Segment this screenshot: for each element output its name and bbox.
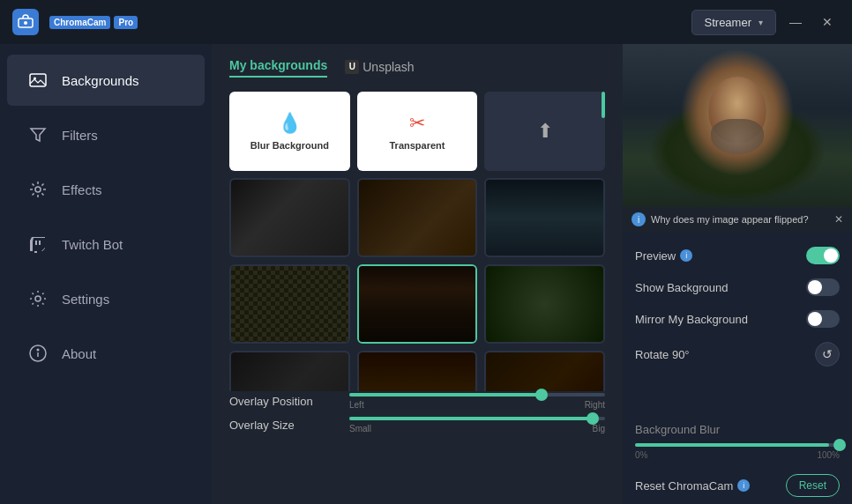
effects-icon <box>28 180 48 199</box>
background-tile-3[interactable] <box>484 178 605 257</box>
reset-info-icon: i <box>737 479 750 492</box>
sidebar-item-settings[interactable]: Settings <box>7 273 205 324</box>
toggle-thumb <box>808 280 822 294</box>
sidebar-item-label: Filters <box>62 128 98 143</box>
sidebar-item-label: About <box>62 346 96 361</box>
close-flip-notice-button[interactable]: ✕ <box>834 213 843 226</box>
bg-blur-section: Background Blur 0% 100% <box>623 419 852 467</box>
blur-thumb <box>833 439 846 451</box>
slider-right-label: Right <box>585 400 605 410</box>
svg-point-1 <box>24 21 27 25</box>
reset-row: Reset ChromaCam i Reset <box>623 467 852 504</box>
tab-my-backgrounds[interactable]: My backgrounds <box>229 58 327 78</box>
streamer-dropdown[interactable]: Streamer ▾ <box>691 10 776 35</box>
info-icon <box>28 344 48 363</box>
upload-icon: ⬆ <box>537 120 553 143</box>
filter-icon <box>28 125 48 145</box>
titlebar-right: Streamer ▾ — ✕ <box>691 10 840 35</box>
mirror-label: Mirror My Background <box>635 313 748 326</box>
chevron-down-icon: ▾ <box>759 18 763 27</box>
transparent-label: Transparent <box>390 140 445 151</box>
content-tabs: My backgrounds U Unsplash <box>229 58 605 78</box>
svg-point-14 <box>35 296 41 301</box>
blur-right-label: 100% <box>817 450 840 460</box>
gear-icon <box>28 289 48 308</box>
main-layout: Backgrounds Filters Effects Tw <box>0 44 852 504</box>
slider-fill <box>349 417 593 420</box>
background-tile-6[interactable] <box>484 264 605 344</box>
blur-background-tile[interactable]: 💧 Blur Background <box>229 92 350 171</box>
scissors-icon: ✂ <box>409 112 425 135</box>
background-tile-8[interactable] <box>357 351 478 391</box>
toggle-thumb <box>808 312 822 326</box>
transparent-tile[interactable]: ✂ Transparent <box>357 92 478 171</box>
background-tile-9[interactable] <box>484 351 605 391</box>
show-background-toggle[interactable] <box>806 278 840 296</box>
camera-preview <box>623 44 852 207</box>
slider-right-label: Big <box>593 424 605 434</box>
rotate-row: Rotate 90° ↺ <box>635 336 840 373</box>
sidebar-item-label: Effects <box>62 182 102 197</box>
minimize-button[interactable]: — <box>783 10 808 34</box>
sidebar-item-filters[interactable]: Filters <box>7 109 205 160</box>
flip-notice: i Why does my image appear flipped? ✕ <box>623 207 852 232</box>
slider-thumb[interactable] <box>535 389 548 401</box>
blur-slider[interactable] <box>635 443 840 447</box>
info-circle-icon: i <box>632 212 646 226</box>
slider-left-label: Left <box>349 400 364 410</box>
background-tile-5[interactable] <box>357 264 478 344</box>
blur-fill <box>635 443 829 447</box>
titlebar: ChromaCamPro Streamer ▾ — ✕ <box>0 0 852 44</box>
overlay-size-label: Overlay Size <box>229 419 335 432</box>
svg-line-11 <box>41 193 43 195</box>
background-tile-2[interactable] <box>357 178 478 257</box>
background-tile-1[interactable] <box>229 178 350 257</box>
sidebar-item-about[interactable]: About <box>7 328 205 379</box>
overlay-position-slider[interactable]: Left Right <box>349 393 605 410</box>
svg-rect-2 <box>30 74 46 86</box>
overlay-position-row: Overlay Position Left Right <box>229 393 605 410</box>
svg-line-10 <box>33 184 34 186</box>
app-logo: ChromaCamPro <box>12 9 138 35</box>
background-grid: 💧 Blur Background ✂ Transparent ⬆ <box>229 92 605 391</box>
flip-notice-text: Why does my image appear flipped? <box>651 214 809 225</box>
image-icon <box>28 70 48 90</box>
blur-label: Blur Background <box>250 140 329 151</box>
tab-unsplash[interactable]: U Unsplash <box>345 58 414 78</box>
blur-icon: 💧 <box>278 112 302 135</box>
sidebar-item-effects[interactable]: Effects <box>7 164 205 215</box>
preview-toggle[interactable] <box>806 247 840 264</box>
overlay-size-slider[interactable]: Small Big <box>349 417 605 434</box>
svg-line-12 <box>41 184 43 186</box>
slider-fill <box>349 393 542 397</box>
overlay-position-label: Overlay Position <box>229 395 335 408</box>
show-background-label: Show Background <box>635 281 729 294</box>
background-tile-7[interactable] <box>229 351 350 391</box>
reset-label: Reset ChromaCam i <box>635 479 750 493</box>
streamer-label: Streamer <box>705 16 751 29</box>
logo-icon <box>12 9 39 35</box>
background-tile-4[interactable] <box>229 264 350 344</box>
sidebar-item-twitch-bot[interactable]: Twitch Bot <box>7 219 205 270</box>
overlay-size-row: Overlay Size Small Big <box>229 417 605 434</box>
unsplash-icon: U Unsplash <box>345 60 414 74</box>
sidebar-item-backgrounds[interactable]: Backgrounds <box>7 55 205 106</box>
sidebar-item-label: Twitch Bot <box>62 237 123 252</box>
scrollbar[interactable] <box>602 92 605 382</box>
preview-control-row: Preview i <box>635 241 840 271</box>
mirror-toggle[interactable] <box>806 310 840 328</box>
svg-point-5 <box>35 187 41 192</box>
preview-label: Preview i <box>635 249 692 263</box>
reset-button[interactable]: Reset <box>786 474 840 497</box>
close-button[interactable]: ✕ <box>815 10 840 34</box>
blur-left-label: 0% <box>635 450 647 460</box>
slider-thumb[interactable] <box>587 412 599 425</box>
svg-marker-4 <box>31 129 45 141</box>
controls-panel: Preview i Show Background Mirror My Back… <box>623 232 852 419</box>
preview-area <box>623 44 852 207</box>
svg-point-17 <box>37 349 39 351</box>
bg-blur-label: Background Blur <box>635 423 840 436</box>
scrollbar-thumb <box>602 92 605 118</box>
upload-tile[interactable]: ⬆ <box>484 92 605 171</box>
rotate-button[interactable]: ↺ <box>815 342 840 367</box>
